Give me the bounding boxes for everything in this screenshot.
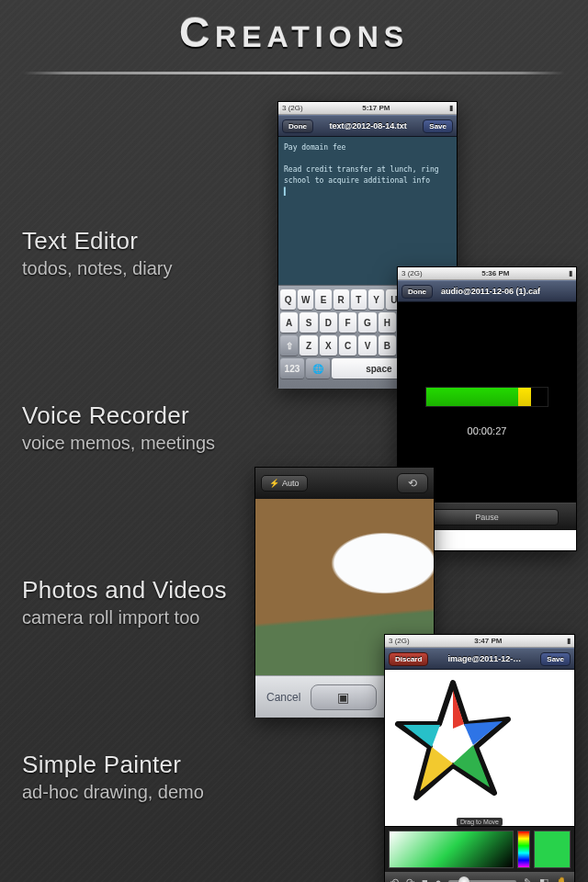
key-e[interactable]: E — [315, 289, 331, 310]
save-button[interactable]: Save — [540, 652, 571, 666]
feature-title: Text Editor — [22, 227, 172, 255]
redo-icon[interactable]: ↷ — [406, 876, 414, 883]
discard-button[interactable]: Discard — [389, 652, 428, 666]
key-t[interactable]: T — [351, 289, 367, 310]
carrier: 3 (2G) — [389, 637, 410, 645]
key-v[interactable]: V — [358, 335, 376, 356]
key-c[interactable]: C — [339, 335, 356, 356]
feature-photos-videos: Photos and Videos camera roll import too — [22, 576, 227, 628]
key-🌐[interactable]: 🌐 — [306, 358, 330, 379]
battery-icon: ▮ — [449, 104, 453, 112]
status-bar: 3 (2G) 3:47 PM ▮ — [385, 635, 574, 648]
key-q[interactable]: Q — [280, 289, 296, 310]
circle-icon[interactable]: ● — [435, 876, 442, 882]
tool-strip: ↶ ↷ ■ ● ✎ ◧ ✋ — [385, 872, 574, 882]
carrier: 3 (2G) — [401, 269, 423, 277]
sat-light-picker[interactable] — [389, 831, 514, 868]
status-bar: 3 (2G) 5:36 PM ▮ — [398, 267, 576, 280]
feature-subtitle: ad-hoc drawing, demo — [22, 782, 204, 803]
key-x[interactable]: X — [320, 335, 337, 356]
camera-top-bar: ⚡ Auto ⟲ — [255, 468, 434, 499]
drag-hint: Drag to Move — [457, 818, 503, 826]
camera-icon: ▣ — [337, 690, 349, 705]
done-button[interactable]: Done — [401, 285, 433, 299]
key-y[interactable]: Y — [368, 289, 384, 310]
key-g[interactable]: G — [358, 312, 376, 333]
battery-icon: ▮ — [567, 637, 571, 645]
battery-icon: ▮ — [569, 269, 572, 277]
feature-title: Voice Recorder — [22, 401, 215, 430]
file-title: audio@2011-12-06 (1).caf — [441, 287, 540, 296]
paint-canvas[interactable]: Sketch — [385, 670, 574, 826]
file-title: image@2011-12-… — [447, 654, 521, 663]
key-w[interactable]: W — [298, 289, 313, 310]
nav-bar: Discard image@2011-12-… Save — [385, 648, 574, 670]
carrier: 3 (2G) — [282, 104, 303, 112]
feature-title: Simple Painter — [22, 751, 204, 779]
file-title: text@2012-08-14.txt — [329, 121, 406, 130]
feature-text-editor: Text Editor todos, notes, diary — [22, 227, 172, 279]
nav-bar: Done text@2012-08-14.txt Save — [278, 115, 457, 137]
feature-subtitle: voice memos, meetings — [22, 433, 215, 454]
shutter-button[interactable]: ▣ — [311, 684, 377, 710]
swap-icon: ⟲ — [408, 477, 417, 490]
flash-button[interactable]: ⚡ Auto — [261, 475, 308, 492]
key-h[interactable]: H — [379, 312, 396, 333]
screenshot-painter: 3 (2G) 3:47 PM ▮ Discard image@2011-12-…… — [384, 634, 575, 882]
nav-bar: Done audio@2011-12-06 (1).caf — [398, 280, 576, 302]
level-meter — [425, 387, 548, 407]
swap-camera-button[interactable]: ⟲ — [397, 473, 428, 493]
timecode: 00:00:27 — [398, 425, 576, 436]
headline: Creations — [0, 7, 588, 57]
key-b[interactable]: B — [379, 335, 396, 356]
feature-title: Photos and Videos — [22, 576, 227, 605]
feature-voice-recorder: Voice Recorder voice memos, meetings — [22, 401, 215, 454]
key-s[interactable]: S — [300, 312, 317, 333]
clock: 3:47 PM — [410, 637, 567, 645]
key-⇧[interactable]: ⇧ — [280, 335, 298, 356]
square-icon[interactable]: ■ — [422, 876, 428, 882]
eraser-icon[interactable]: ◧ — [539, 876, 548, 883]
clock: 5:17 PM — [303, 104, 449, 112]
key-f[interactable]: F — [339, 312, 356, 333]
cancel-button[interactable]: Cancel — [266, 691, 300, 704]
text-area[interactable]: Pay domain fee Read credit transfer at l… — [278, 137, 457, 285]
divider — [23, 72, 565, 74]
key-r[interactable]: R — [334, 289, 349, 310]
key-d[interactable]: D — [320, 312, 337, 333]
pause-button[interactable]: Pause — [415, 509, 558, 526]
hand-icon[interactable]: ✋ — [556, 876, 569, 883]
key-123[interactable]: 123 — [280, 358, 304, 379]
status-bar: 3 (2G) 5:17 PM ▮ — [278, 102, 457, 115]
feature-subtitle: camera roll import too — [22, 607, 227, 628]
hue-picker[interactable] — [517, 831, 530, 868]
feature-simple-painter: Simple Painter ad-hoc drawing, demo — [22, 751, 204, 803]
current-color — [534, 831, 571, 868]
key-a[interactable]: A — [280, 312, 298, 333]
save-button[interactable]: Save — [423, 119, 453, 133]
undo-icon[interactable]: ↶ — [390, 876, 399, 883]
bolt-icon: ⚡ — [269, 479, 279, 488]
color-palette[interactable] — [385, 826, 574, 872]
feature-subtitle: todos, notes, diary — [22, 258, 172, 279]
pen-icon[interactable]: ✎ — [524, 876, 532, 883]
star-drawing — [389, 673, 526, 820]
done-button[interactable]: Done — [282, 119, 313, 133]
clock: 5:36 PM — [423, 269, 569, 277]
key-z[interactable]: Z — [300, 335, 317, 356]
